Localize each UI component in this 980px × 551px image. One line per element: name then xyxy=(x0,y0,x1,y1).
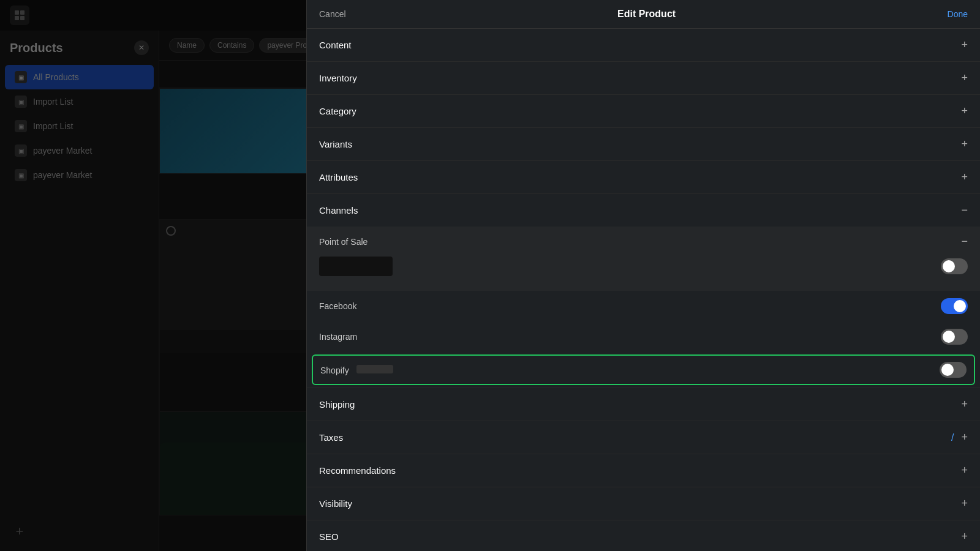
shopify-sub-label xyxy=(356,365,393,373)
section-taxes-header[interactable]: Taxes / + xyxy=(307,421,980,454)
section-inventory-label: Inventory xyxy=(319,73,357,83)
section-recommendations-icon: + xyxy=(961,464,968,477)
instagram-toggle-knob xyxy=(943,331,955,343)
section-attributes-header[interactable]: Attributes + xyxy=(307,161,980,193)
section-visibility: Visibility + xyxy=(307,487,980,520)
section-channels-header[interactable]: Channels − xyxy=(307,194,980,227)
section-seo: SEO + xyxy=(307,520,980,551)
shopify-toggle-row: Shopify xyxy=(312,354,975,385)
instagram-toggle-row: Instagram xyxy=(307,321,980,352)
modal-title: Edit Product xyxy=(617,9,676,20)
shopify-toggle-knob xyxy=(941,364,954,376)
facebook-toggle-knob xyxy=(954,300,966,312)
section-channels-collapse-icon: − xyxy=(961,204,968,217)
facebook-toggle-row: Facebook xyxy=(307,291,980,321)
facebook-toggle[interactable] xyxy=(941,298,968,314)
section-variants-icon: + xyxy=(961,138,968,151)
pos-collapse-icon: − xyxy=(961,235,968,248)
section-inventory-icon: + xyxy=(961,72,968,84)
section-taxes: Taxes / + xyxy=(307,421,980,454)
taxes-edit-icon[interactable]: / xyxy=(951,432,954,443)
section-content-label: Content xyxy=(319,40,352,50)
modal-done-button[interactable]: Done xyxy=(948,9,968,19)
section-channels-label: Channels xyxy=(319,205,358,216)
section-inventory-header[interactable]: Inventory + xyxy=(307,62,980,94)
section-taxes-icon: + xyxy=(961,431,968,444)
section-content-icon: + xyxy=(961,39,968,51)
pos-toggle-knob xyxy=(943,260,955,272)
edit-product-modal: Cancel Edit Product Done Content + Inven… xyxy=(306,0,980,551)
section-visibility-icon: + xyxy=(961,497,968,510)
section-category-icon: + xyxy=(961,105,968,118)
section-recommendations-label: Recommendations xyxy=(319,465,396,476)
section-category: Category + xyxy=(307,95,980,128)
section-channels: Channels − Point of Sale − xyxy=(307,194,980,388)
section-shipping-header[interactable]: Shipping + xyxy=(307,388,980,421)
section-taxes-label: Taxes xyxy=(319,432,343,443)
instagram-toggle[interactable] xyxy=(941,329,968,345)
section-shipping: Shipping + xyxy=(307,388,980,421)
section-seo-icon: + xyxy=(961,530,968,543)
section-content-header[interactable]: Content + xyxy=(307,29,980,61)
section-attributes-label: Attributes xyxy=(319,172,358,182)
section-variants-label: Variants xyxy=(319,139,352,149)
section-category-label: Category xyxy=(319,106,356,116)
modal-body: Content + Inventory + Category + Variant… xyxy=(307,29,980,551)
pos-toggle[interactable] xyxy=(941,258,968,274)
pos-header[interactable]: Point of Sale − xyxy=(307,227,980,257)
pos-content xyxy=(307,257,980,291)
instagram-label: Instagram xyxy=(319,332,357,342)
shopify-label: Shopify xyxy=(320,365,393,375)
section-recommendations: Recommendations + xyxy=(307,454,980,487)
shopify-toggle[interactable] xyxy=(940,362,967,378)
pos-section: Point of Sale − xyxy=(307,227,980,291)
pos-label: Point of Sale xyxy=(319,237,368,247)
section-content: Content + xyxy=(307,29,980,62)
section-seo-header[interactable]: SEO + xyxy=(307,520,980,551)
section-category-header[interactable]: Category + xyxy=(307,95,980,127)
section-variants: Variants + xyxy=(307,128,980,161)
section-variants-header[interactable]: Variants + xyxy=(307,128,980,160)
facebook-label: Facebook xyxy=(319,301,356,311)
section-visibility-label: Visibility xyxy=(319,498,352,509)
pos-text-input[interactable] xyxy=(319,257,393,276)
section-attributes: Attributes + xyxy=(307,161,980,194)
modal-header: Cancel Edit Product Done xyxy=(307,0,980,29)
modal-cancel-button[interactable]: Cancel xyxy=(319,9,346,19)
section-shipping-icon: + xyxy=(961,398,968,411)
section-recommendations-header[interactable]: Recommendations + xyxy=(307,454,980,487)
pos-toggle-row xyxy=(319,257,968,276)
section-seo-label: SEO xyxy=(319,531,339,542)
section-attributes-icon: + xyxy=(961,171,968,184)
section-inventory: Inventory + xyxy=(307,62,980,95)
section-shipping-label: Shipping xyxy=(319,399,355,410)
section-visibility-header[interactable]: Visibility + xyxy=(307,487,980,520)
